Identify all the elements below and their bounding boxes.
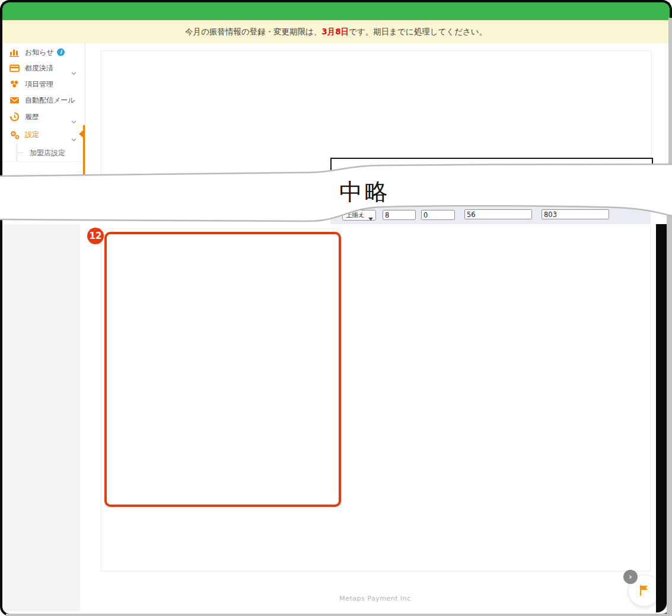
active-menu-arrow-icon xyxy=(79,130,84,138)
footer-company: Metaps Payment Inc xyxy=(101,595,649,602)
sidebar-item-koumoku[interactable]: 項目管理 xyxy=(2,76,85,92)
sidebar-lower-area xyxy=(2,224,80,611)
chevron-down-icon xyxy=(71,115,77,119)
info-badge-icon: i xyxy=(57,48,65,56)
annotation-highlight-box xyxy=(104,232,341,507)
expand-chevron-button[interactable]: › xyxy=(623,570,638,584)
notice-deadline: 3月8日 xyxy=(321,27,349,36)
sidebar-item-label: 自動配信メール xyxy=(25,95,75,106)
omission-label: 中略 xyxy=(291,176,439,208)
sidebar-item-label: お知らせ xyxy=(25,47,54,57)
frame-shadow-bottom xyxy=(6,614,672,616)
chevron-down-icon xyxy=(71,133,77,136)
app-window: マニュアル用 PUSH都度 ログイン中 最高管理者 様 ▼ 今月の振替情報の登録… xyxy=(0,0,672,616)
sidebar-item-mail[interactable]: 自動配信メール xyxy=(2,92,85,109)
tree-stub xyxy=(17,152,24,153)
chevron-down-icon xyxy=(71,66,77,70)
sidebar-item-label: 都度決済 xyxy=(25,63,53,73)
sidebar-item-settei[interactable]: 設定 xyxy=(2,125,85,145)
frame-border-right-lower xyxy=(656,224,667,612)
sidebar-item-rireki[interactable]: 履歴 xyxy=(2,108,85,126)
coins-icon xyxy=(9,79,20,89)
gears-icon xyxy=(9,130,20,140)
sidebar-item-label: 履歴 xyxy=(25,112,39,122)
notice-bar: 今月の振替情報の登録・変更期限は、3月8日です。期日までに処理してください。 xyxy=(2,20,670,43)
history-icon xyxy=(9,112,20,122)
frame-shadow-right-lower xyxy=(667,209,672,614)
bar-chart-icon xyxy=(9,47,20,57)
header-bar xyxy=(2,2,670,20)
sidebar-item-oshirase[interactable]: お知らせ i xyxy=(2,44,85,60)
envelope-icon xyxy=(9,95,20,106)
card-icon xyxy=(9,63,20,73)
sidebar-item-label: 項目管理 xyxy=(25,79,53,89)
sidebar-item-label: 設定 xyxy=(25,130,39,140)
flag-icon xyxy=(638,584,651,597)
sidebar-item-tododecision[interactable]: 都度決済 xyxy=(2,60,85,76)
notice-text: 今月の振替情報の登録・変更期限は、3月8日です。期日までに処理してください。 xyxy=(185,27,487,36)
